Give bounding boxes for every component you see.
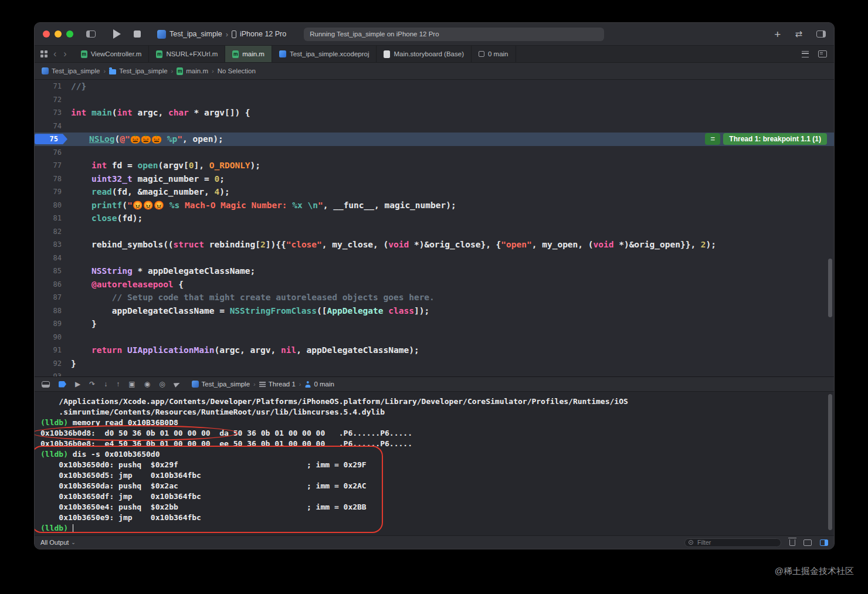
crumb-project[interactable]: Test_ipa_simple — [42, 67, 100, 74]
memory-graph-icon[interactable]: ◉ — [144, 381, 150, 388]
minimize-button[interactable] — [55, 30, 62, 38]
breakpoints-toggle-icon[interactable] — [59, 381, 66, 388]
code-text[interactable] — [70, 331, 71, 344]
line-number[interactable]: 74 — [35, 120, 70, 133]
tab-main-m[interactable]: mmain.m — [225, 46, 272, 62]
clear-console-icon[interactable] — [789, 539, 795, 546]
output-scope-selector[interactable]: All Output — [40, 539, 69, 546]
code-text[interactable]: } — [70, 357, 76, 371]
zoom-button[interactable] — [66, 30, 73, 38]
variables-view-toggle-icon[interactable] — [803, 539, 812, 546]
line-number[interactable]: 78 — [35, 172, 70, 186]
debug-crumb-frame[interactable]: 0 main — [304, 381, 334, 388]
filter-input[interactable] — [696, 538, 777, 547]
close-button[interactable] — [43, 30, 50, 38]
continue-icon[interactable]: ▶ — [75, 381, 80, 388]
line-number[interactable]: 90 — [35, 331, 70, 344]
hide-debug-area-icon[interactable] — [42, 381, 50, 388]
code-text[interactable]: } — [70, 317, 97, 331]
navigator-toggle-icon[interactable] — [86, 30, 96, 38]
line-number[interactable]: 72 — [35, 93, 70, 107]
line-number[interactable]: 79 — [35, 185, 70, 199]
code-line-86: 86 @autoreleasepool { — [35, 278, 834, 291]
line-number[interactable]: 73 — [35, 106, 70, 120]
code-text[interactable] — [70, 225, 71, 239]
go-forward-icon[interactable]: › — [62, 49, 67, 59]
line-number[interactable]: 88 — [35, 304, 70, 318]
code-text[interactable]: NSLog(@"🎃🎃🎃 %p", open); — [67, 133, 223, 146]
code-text[interactable]: int fd = open(argv[0], O_RDONLY); — [70, 159, 260, 172]
debug-console[interactable]: /Applications/Xcode.app/Contents/Develop… — [35, 392, 834, 535]
crumb-group[interactable]: Test_ipa_simple — [109, 67, 167, 74]
go-back-icon[interactable]: ‹ — [52, 49, 57, 59]
line-number[interactable]: 77 — [35, 159, 70, 172]
line-number[interactable]: 87 — [35, 291, 70, 304]
console-view-toggle-icon[interactable] — [820, 539, 828, 546]
code-text[interactable]: int main(int argc, char * argv[]) { — [70, 106, 250, 120]
tab-xcodeproj[interactable]: Test_ipa_simple.xcodeproj — [272, 46, 377, 62]
stop-button[interactable] — [134, 30, 141, 38]
editor-arrangement-icon[interactable]: ⇄ — [795, 29, 802, 39]
code-text[interactable] — [70, 120, 71, 133]
line-number[interactable]: 80 — [35, 199, 70, 212]
run-button[interactable] — [113, 29, 121, 39]
tab-frame-0-main[interactable]: 0 main — [472, 46, 516, 62]
code-text[interactable] — [70, 93, 71, 107]
scheme-selector[interactable]: Test_ipa_simple › iPhone 12 Pro — [157, 30, 286, 39]
source-editor[interactable]: 71//}7273int main(int argc, char * argv[… — [35, 80, 834, 376]
crumb-file[interactable]: mmain.m — [177, 67, 208, 75]
line-number[interactable]: 71 — [35, 80, 70, 93]
breakpoint-marker[interactable]: 75 — [35, 134, 67, 144]
simulate-location-icon[interactable] — [173, 381, 180, 387]
debug-crumb-thread[interactable]: Thread 1 — [259, 381, 296, 388]
line-number[interactable]: 83 — [35, 238, 70, 252]
environment-overrides-icon[interactable]: ◎ — [159, 381, 165, 388]
add-editor-icon[interactable]: + — [774, 29, 781, 40]
code-text[interactable]: rebind_symbols((struct rebinding[2]){{"c… — [70, 238, 716, 252]
code-text[interactable]: printf("😡😡😡 %s Mach-O Magic Number: %x \… — [70, 199, 456, 212]
breakpoint-badge[interactable]: Thread 1: breakpoint 1.1 (1) — [723, 133, 827, 145]
code-text[interactable] — [70, 370, 71, 376]
code-text[interactable]: uint32_t magic_number = 0; — [70, 172, 225, 186]
m-file-icon: m — [177, 67, 183, 75]
breakpoint-condition-icon[interactable]: = — [705, 133, 720, 145]
activity-viewer[interactable]: Running Test_ipa_simple on iPhone 12 Pro — [304, 28, 604, 41]
debug-crumb-process[interactable]: Test_ipa_simple — [192, 381, 250, 388]
code-text[interactable]: NSString * appDelegateClassName; — [70, 264, 255, 278]
line-number[interactable]: 76 — [35, 146, 70, 159]
step-into-icon[interactable]: ↓ — [104, 381, 107, 388]
tab-nsurl-fxurl-m[interactable]: mNSURL+FXUrl.m — [149, 46, 225, 62]
code-text[interactable] — [70, 146, 71, 159]
line-number[interactable]: 86 — [35, 278, 70, 291]
code-text[interactable] — [70, 252, 71, 265]
crumb-label: No Selection — [218, 67, 256, 74]
line-number[interactable]: 82 — [35, 225, 70, 239]
tab-viewcontroller-m[interactable]: mViewController.m — [74, 46, 150, 62]
view-hierarchy-icon[interactable]: ▣ — [128, 381, 135, 388]
line-number[interactable]: 93 — [35, 370, 70, 376]
inspector-toggle-icon[interactable] — [816, 30, 826, 38]
line-number[interactable]: 81 — [35, 212, 70, 225]
code-text[interactable]: // Setup code that might create autorele… — [70, 291, 435, 304]
code-text[interactable]: close(fd); — [70, 212, 143, 225]
editor-scrollbar[interactable] — [828, 259, 832, 317]
code-text[interactable]: appDelegateClassName = NSStringFromClass… — [70, 304, 429, 318]
editor-options-icon[interactable] — [818, 50, 827, 57]
line-number[interactable]: 84 — [35, 252, 70, 265]
crumb-selection[interactable]: No Selection — [218, 67, 256, 74]
console-scrollbar[interactable] — [828, 394, 832, 530]
console-filter-field[interactable] — [684, 538, 781, 547]
code-text[interactable]: //} — [70, 80, 86, 93]
code-text[interactable]: return UIApplicationMain(argc, argv, nil… — [70, 344, 419, 357]
related-items-icon[interactable] — [40, 50, 48, 57]
step-over-icon[interactable]: ↷ — [89, 381, 95, 388]
tab-storyboard[interactable]: Main.storyboard (Base) — [377, 46, 472, 62]
line-number[interactable]: 91 — [35, 344, 70, 357]
step-out-icon[interactable]: ↑ — [116, 381, 120, 388]
line-number[interactable]: 85 — [35, 264, 70, 278]
line-number[interactable]: 89 — [35, 317, 70, 331]
code-text[interactable]: read(fd, &magic_number, 4); — [70, 185, 230, 199]
line-number[interactable]: 92 — [35, 357, 70, 371]
code-text[interactable]: @autoreleasepool { — [70, 278, 184, 291]
minimap-icon[interactable] — [802, 51, 809, 57]
